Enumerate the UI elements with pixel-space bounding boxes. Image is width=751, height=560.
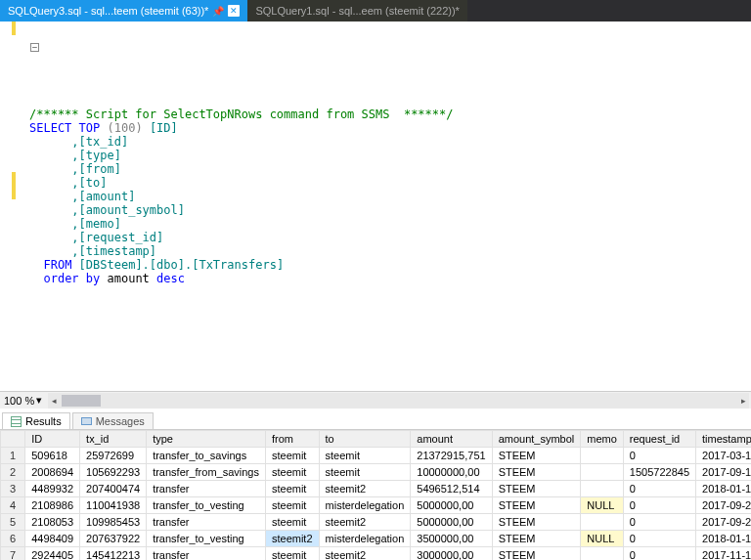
cell[interactable]: 207637922 — [80, 531, 147, 547]
table-row[interactable]: 42108986110041938transfer_to_vestingstee… — [1, 497, 752, 514]
cell[interactable]: 2017-11-16 02:00:57.000 — [696, 547, 751, 561]
col-header[interactable]: tx_id — [80, 431, 147, 448]
cell[interactable]: 3 — [1, 481, 25, 497]
tab-active[interactable]: SQLQuery3.sql - sql...teem (steemit (63)… — [0, 0, 247, 22]
cell[interactable]: misterdelegation — [319, 531, 411, 547]
cell[interactable]: 2017-09-24 07:48:09.000 — [696, 514, 751, 531]
scroll-left-icon[interactable]: ◂ — [48, 395, 60, 407]
col-header[interactable]: ID — [25, 431, 80, 448]
cell[interactable]: transfer_to_vesting — [147, 497, 266, 514]
cell[interactable]: 2018-01-16 14:52:24.000 — [696, 481, 751, 497]
cell[interactable]: steemit — [265, 547, 319, 561]
table-row[interactable]: 72924405145412213transfersteemitsteemit2… — [1, 547, 752, 561]
col-header[interactable]: request_id — [623, 431, 695, 448]
pin-icon[interactable]: 📌 — [212, 6, 224, 17]
cell[interactable]: 2 — [1, 464, 25, 481]
cell[interactable]: steemit — [265, 497, 319, 514]
cell[interactable]: 2018-01-16 19:09:06.000 — [696, 531, 751, 547]
cell[interactable] — [581, 448, 624, 464]
scrollbar-thumb[interactable] — [62, 395, 101, 407]
table-row[interactable]: 150961825972699transfer_to_savingssteemi… — [1, 448, 752, 464]
cell[interactable]: steemit — [265, 481, 319, 497]
cell[interactable] — [581, 481, 624, 497]
cell[interactable]: STEEM — [492, 497, 581, 514]
zoom-control[interactable]: 100 % ▾ — [0, 394, 46, 407]
cell[interactable]: 2017-03-16 23:13:09.000 — [696, 448, 751, 464]
chevron-down-icon[interactable]: ▾ — [36, 394, 42, 407]
cell[interactable]: 2108986 — [25, 497, 80, 514]
scroll-right-icon[interactable]: ▸ — [737, 395, 749, 407]
cell[interactable]: steemit — [265, 464, 319, 481]
horizontal-scrollbar[interactable]: ◂ ▸ — [48, 393, 749, 409]
cell[interactable]: 1 — [1, 448, 25, 464]
cell[interactable]: transfer — [147, 514, 266, 531]
cell[interactable]: steemit2 — [319, 514, 411, 531]
col-header[interactable]: amount_symbol — [492, 431, 581, 448]
cell[interactable]: transfer — [147, 547, 266, 561]
cell[interactable]: STEEM — [492, 547, 581, 561]
cell[interactable]: 3500000,00 — [411, 531, 492, 547]
cell[interactable]: 6 — [1, 531, 25, 547]
cell[interactable]: 109985453 — [80, 514, 147, 531]
cell[interactable]: steemit — [265, 448, 319, 464]
cell[interactable]: 509618 — [25, 448, 80, 464]
col-header[interactable]: amount — [411, 431, 492, 448]
cell[interactable]: 3000000,00 — [411, 547, 492, 561]
cell[interactable]: 5 — [1, 514, 25, 531]
cell[interactable]: 1505722845 — [623, 464, 695, 481]
col-header[interactable]: to — [319, 431, 411, 448]
cell[interactable]: 2008694 — [25, 464, 80, 481]
close-icon[interactable]: ✕ — [228, 5, 240, 17]
cell[interactable]: 0 — [623, 531, 695, 547]
cell[interactable]: 25972699 — [80, 448, 147, 464]
table-row[interactable]: 52108053109985453transfersteemitsteemit2… — [1, 514, 752, 531]
cell[interactable]: transfer_from_savings — [147, 464, 266, 481]
cell[interactable]: 0 — [623, 481, 695, 497]
cell[interactable]: STEEM — [492, 531, 581, 547]
cell[interactable]: NULL — [581, 531, 624, 547]
cell[interactable]: 145412213 — [80, 547, 147, 561]
cell[interactable]: 207400474 — [80, 481, 147, 497]
cell[interactable]: transfer_to_vesting — [147, 531, 266, 547]
cell[interactable]: STEEM — [492, 464, 581, 481]
cell[interactable]: transfer_to_savings — [147, 448, 266, 464]
cell[interactable]: 4 — [1, 497, 25, 514]
cell[interactable]: 2108053 — [25, 514, 80, 531]
cell[interactable]: STEEM — [492, 448, 581, 464]
cell[interactable]: transfer — [147, 481, 266, 497]
table-row[interactable]: 34489932207400474transfersteemitsteemit2… — [1, 481, 752, 497]
table-row[interactable]: 22008694105692293transfer_from_savingsst… — [1, 464, 752, 481]
tab-messages[interactable]: Messages — [72, 412, 154, 429]
cell[interactable]: 105692293 — [80, 464, 147, 481]
cell[interactable]: 0 — [623, 448, 695, 464]
results-grid[interactable]: ID tx_id type from to amount amount_symb… — [0, 430, 751, 560]
sql-editor[interactable]: − /****** Script for SelectTopNRows comm… — [0, 22, 751, 303]
cell[interactable]: 4489932 — [25, 481, 80, 497]
cell[interactable]: 2017-09-24 09:43:39.000 — [696, 497, 751, 514]
cell[interactable]: 5000000,00 — [411, 514, 492, 531]
cell[interactable]: 110041938 — [80, 497, 147, 514]
cell[interactable]: 0 — [623, 497, 695, 514]
tab-inactive[interactable]: SQLQuery1.sql - sql...eem (steemit (222)… — [247, 0, 466, 22]
cell[interactable]: misterdelegation — [319, 497, 411, 514]
cell[interactable]: steemit2 — [319, 547, 411, 561]
rownum-header[interactable] — [1, 431, 25, 448]
cell[interactable]: 5000000,00 — [411, 497, 492, 514]
cell[interactable]: 21372915,751 — [411, 448, 492, 464]
cell[interactable]: 0 — [623, 547, 695, 561]
cell[interactable]: NULL — [581, 497, 624, 514]
cell[interactable]: 7 — [1, 547, 25, 561]
cell[interactable]: 10000000,00 — [411, 464, 492, 481]
col-header[interactable]: type — [147, 431, 266, 448]
cell[interactable]: 2017-09-18 08:20:48.000 — [696, 464, 751, 481]
cell[interactable]: steemit2 — [265, 531, 319, 547]
cell[interactable]: steemit2 — [319, 481, 411, 497]
table-row[interactable]: 64498409207637922transfer_to_vestingstee… — [1, 531, 752, 547]
cell[interactable]: 2924405 — [25, 547, 80, 561]
cell[interactable]: STEEM — [492, 481, 581, 497]
cell[interactable]: steemit — [319, 448, 411, 464]
cell[interactable] — [581, 464, 624, 481]
cell[interactable] — [581, 547, 624, 561]
cell[interactable]: 4498409 — [25, 531, 80, 547]
col-header[interactable]: from — [265, 431, 319, 448]
